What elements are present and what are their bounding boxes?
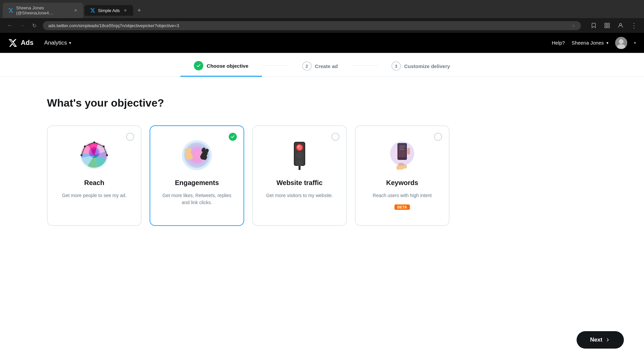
website-traffic-radio[interactable] [331,133,339,141]
add-tab-button[interactable]: + [135,6,144,15]
reload-button[interactable]: ↻ [30,21,39,30]
url-text: ads.twitter.com/simpleads/18ce55njq7n/ob… [48,23,569,28]
tab-favicon-1 [8,8,13,13]
website-traffic-title: Website traffic [276,179,322,187]
address-bar-container: ← → ↻ ads.twitter.com/simpleads/18ce55nj… [0,18,644,33]
step-1-circle [194,61,203,70]
avatar[interactable] [615,37,627,49]
bookmark-icon[interactable]: ☆ [572,23,576,28]
engagements-radio[interactable] [229,133,237,141]
svg-rect-1 [608,23,609,25]
step-divider-2 [351,65,378,66]
website-traffic-desc: Get more visitors to my website. [266,192,333,199]
incognito-icon [616,21,625,30]
next-button[interactable]: Next [577,331,624,349]
step-2-header: 2 Create ad [302,61,338,71]
keywords-radio[interactable] [434,133,442,141]
svg-point-47 [390,141,414,166]
header-logo[interactable]: Ads [8,38,34,48]
website-traffic-card[interactable]: Website traffic Get more visitors to my … [252,125,347,226]
svg-rect-0 [605,23,606,25]
next-button-label: Next [590,337,602,343]
svg-rect-2 [608,26,609,28]
header-right: Help? Sheena Jones ▾ ▾ [552,37,636,49]
reach-title: Reach [84,179,104,187]
engagements-title: Engagements [175,179,219,187]
objectives-grid: Reach Get more people to see my ad. [47,125,449,226]
step-3-circle: 3 [391,61,401,71]
url-bar[interactable]: ads.twitter.com/simpleads/18ce55njq7n/ob… [43,21,581,30]
user-dropdown-icon[interactable]: ▾ [634,41,636,45]
tab-close-2[interactable]: ✕ [122,8,128,13]
step-1-choose-objective[interactable]: Choose objective [180,61,262,77]
nav-buttons: ← → ↻ [5,21,39,30]
browser-chrome: Sheena Jones (@SheenaJone4… ✕ Simple Ads… [0,0,644,33]
browser-tab-2[interactable]: Simple Ads ✕ [85,5,133,16]
keywords-beta-badge: BETA [394,204,410,210]
step-3-customize-delivery[interactable]: 3 Customize delivery [378,61,464,76]
svg-rect-36 [299,166,301,170]
engagements-card[interactable]: Engagements Get more likes, Retweets, re… [150,125,244,226]
step-2-circle: 2 [302,61,312,71]
svg-point-4 [620,23,622,25]
tab-close-1[interactable]: ✕ [73,8,78,13]
step-1-label: Choose objective [207,63,248,69]
tab-label-1: Sheena Jones (@SheenaJone4… [16,5,71,15]
bookmark-toolbar-icon[interactable] [589,21,598,30]
engagements-desc: Get more likes, Retweets, replies and li… [158,192,235,206]
tab-label-2: Simple Ads [98,8,120,13]
help-link[interactable]: Help? [552,40,565,46]
header-ads-label: Ads [21,39,34,47]
reach-card[interactable]: Reach Get more people to see my ad. [47,125,142,226]
forward-button[interactable]: → [17,21,27,30]
svg-point-35 [296,160,303,166]
progress-steps: Choose objective 2 Create ad 3 Customize… [0,53,644,77]
browser-tabs: Sheena Jones (@SheenaJone4… ✕ Simple Ads… [0,0,644,18]
next-button-container: Next [577,331,624,349]
analytics-label: Analytics [44,40,67,46]
svg-point-33 [297,145,302,150]
tab-favicon-2 [90,8,95,13]
step-divider-1 [262,65,289,66]
step-1-header: Choose objective [194,61,248,70]
svg-point-34 [296,152,303,159]
analytics-chevron-icon: ▾ [69,41,71,45]
svg-rect-3 [605,26,606,28]
main-content: What's your objective? [0,77,644,266]
menu-icon[interactable]: ⋮ [629,21,639,30]
user-menu[interactable]: Sheena Jones ▾ [572,40,608,46]
header-left: Ads Analytics ▾ [8,37,75,49]
user-name: Sheena Jones [572,40,604,46]
analytics-nav-item[interactable]: Analytics ▾ [40,37,75,49]
svg-rect-44 [396,165,400,170]
engagements-illustration [178,137,215,174]
keywords-desc: Reach users with high intent [373,192,432,199]
toolbar-right: ⋮ [589,21,639,30]
keywords-title: Keywords [386,179,418,187]
step-3-header: 3 Customize delivery [391,61,450,71]
back-button[interactable]: ← [5,21,15,30]
step-2-label: Create ad [315,63,338,69]
page-title: What's your objective? [47,97,597,109]
user-chevron-icon: ▾ [606,41,608,45]
reach-desc: Get more people to see my ad. [62,192,126,199]
svg-point-37 [298,145,300,147]
keywords-card[interactable]: Keywords Reach users with high intent BE… [355,125,449,226]
app-header: Ads Analytics ▾ Help? Sheena Jones ▾ ▾ [0,33,644,53]
step-2-create-ad[interactable]: 2 Create ad [289,61,351,76]
traffic-illustration [281,137,318,174]
keywords-illustration [384,137,421,174]
step-3-label: Customize delivery [404,63,450,69]
browser-tab-1[interactable]: Sheena Jones (@SheenaJone4… ✕ [3,3,83,18]
reach-radio[interactable] [126,133,134,141]
extensions-icon[interactable] [602,21,612,30]
svg-point-6 [619,39,624,44]
reach-illustration [76,137,113,174]
